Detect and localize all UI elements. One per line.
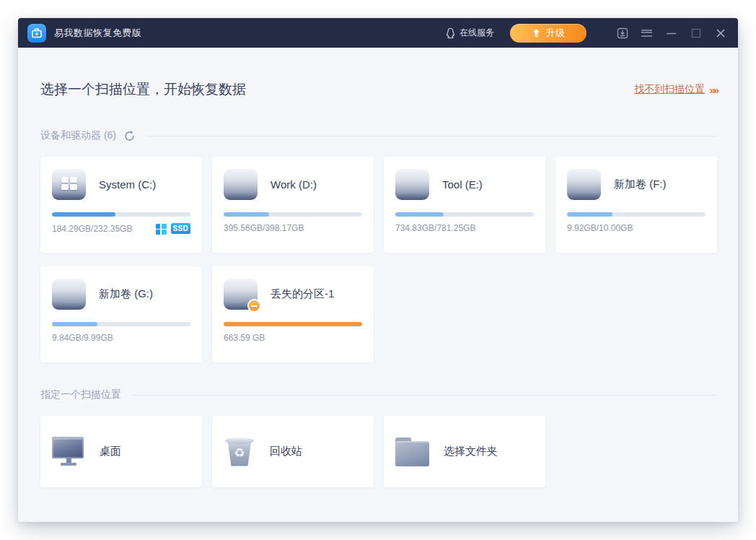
drive-card-tool-e[interactable]: Tool (E:) 734.83GB/781.25GB <box>384 157 545 253</box>
refresh-icon <box>123 130 136 142</box>
close-button[interactable] <box>714 27 726 39</box>
drive-icon <box>224 169 258 200</box>
devices-section-header: 设备和驱动器 (6) <box>40 129 717 142</box>
drive-icon <box>567 169 601 200</box>
recycle-bin-icon: ♻ <box>224 436 255 468</box>
drive-name: System (C:) <box>99 178 156 191</box>
capacity-text: 184.29GB/232.35GB <box>52 224 132 234</box>
capacity-bar <box>52 212 190 217</box>
app-window: 易我数据恢复免费版 在线服务 升级 <box>18 18 738 522</box>
drive-name: 新加卷 (G:) <box>99 287 153 301</box>
capacity-text: 395.56GB/398.17GB <box>224 223 304 233</box>
menu-icon <box>641 28 653 38</box>
qq-icon <box>445 27 456 39</box>
drive-card-work-d[interactable]: Work (D:) 395.56GB/398.17GB <box>212 157 374 253</box>
cant-find-location-label: 找不到扫描位置 <box>634 83 705 96</box>
titlebar: 易我数据恢复免费版 在线服务 升级 <box>18 18 738 48</box>
capacity-bar <box>224 322 362 326</box>
maximize-icon <box>691 28 701 38</box>
menu-button[interactable] <box>641 27 653 39</box>
app-logo-icon <box>27 24 46 43</box>
desktop-icon <box>52 437 85 467</box>
capacity-text: 9.84GB/9.99GB <box>52 333 113 343</box>
windows-badge-icon <box>156 224 167 235</box>
drive-name: 丢失的分区-1 <box>271 287 334 301</box>
drive-card-system-c[interactable]: System (C:) 184.29GB/232.35GB SSD <box>40 157 202 253</box>
minimize-icon <box>666 28 677 38</box>
devices-section-title: 设备和驱动器 (6) <box>40 129 116 142</box>
app-title: 易我数据恢复免费版 <box>54 27 142 40</box>
drive-name: Tool (E:) <box>442 178 483 191</box>
capacity-text: 9.92GB/10.00GB <box>567 223 633 233</box>
capacity-bar <box>567 212 706 217</box>
folder-icon <box>395 437 429 466</box>
drive-icon <box>52 279 86 310</box>
online-service-label: 在线服务 <box>460 27 494 39</box>
maximize-button[interactable] <box>690 27 702 39</box>
location-label: 回收站 <box>270 445 302 458</box>
drive-card-new-f[interactable]: 新加卷 (F:) 9.92GB/10.00GB <box>555 157 717 253</box>
drive-name: Work (D:) <box>271 178 317 191</box>
location-label: 选择文件夹 <box>444 445 498 458</box>
refresh-button[interactable] <box>123 130 136 142</box>
divider <box>133 395 717 396</box>
upgrade-button[interactable]: 升级 <box>510 24 586 43</box>
online-service-button[interactable]: 在线服务 <box>445 27 494 39</box>
divider <box>147 136 717 136</box>
upgrade-label: 升级 <box>546 27 565 40</box>
drives-grid: System (C:) 184.29GB/232.35GB SSD Work (… <box>40 157 717 362</box>
capacity-bar <box>52 322 190 326</box>
capacity-bar <box>224 212 362 217</box>
drive-card-new-g[interactable]: 新加卷 (G:) 9.84GB/9.99GB <box>40 266 202 362</box>
capacity-text: 663.59 GB <box>224 333 265 343</box>
system-drive-icon <box>52 169 86 200</box>
windows-logo-icon <box>61 177 77 190</box>
drive-name: 新加卷 (F:) <box>614 178 667 191</box>
location-card-desktop[interactable]: 桌面 <box>40 416 202 487</box>
locations-grid: 桌面 ♻ 回收站 选择文件夹 <box>40 416 717 487</box>
specify-section-header: 指定一个扫描位置 <box>40 388 717 401</box>
location-label: 桌面 <box>100 445 121 458</box>
main-content: 选择一个扫描位置，开始恢复数据 找不到扫描位置 »» 设备和驱动器 (6) <box>18 80 738 487</box>
double-chevron-icon: »» <box>709 84 717 96</box>
capacity-bar <box>395 212 534 217</box>
drive-icon <box>395 169 429 200</box>
close-icon <box>716 28 726 38</box>
location-card-recycle-bin[interactable]: ♻ 回收站 <box>212 416 374 487</box>
specify-section-title: 指定一个扫描位置 <box>40 388 121 401</box>
capacity-text: 734.83GB/781.25GB <box>395 223 475 233</box>
page-title: 选择一个扫描位置，开始恢复数据 <box>40 80 246 99</box>
save-icon <box>617 27 628 39</box>
cant-find-location-link[interactable]: 找不到扫描位置 »» <box>634 83 717 96</box>
minus-badge-icon <box>247 299 261 313</box>
upgrade-icon <box>532 28 541 38</box>
save-recovery-button[interactable] <box>616 27 628 39</box>
drive-card-lost-partition[interactable]: 丢失的分区-1 663.59 GB <box>212 266 374 362</box>
ssd-badge: SSD <box>171 223 190 234</box>
location-card-choose-folder[interactable]: 选择文件夹 <box>384 416 545 487</box>
minimize-button[interactable] <box>665 27 677 39</box>
lost-partition-drive-icon <box>224 279 258 310</box>
